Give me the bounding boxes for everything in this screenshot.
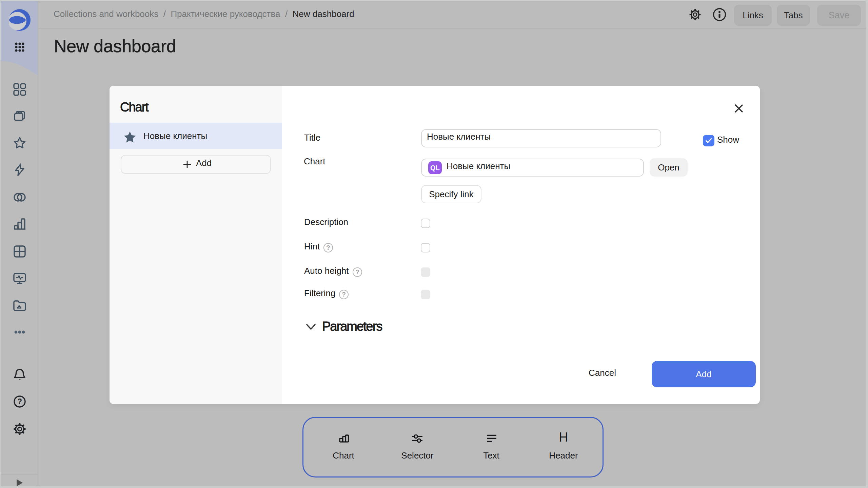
- svg-text:?: ?: [17, 397, 22, 406]
